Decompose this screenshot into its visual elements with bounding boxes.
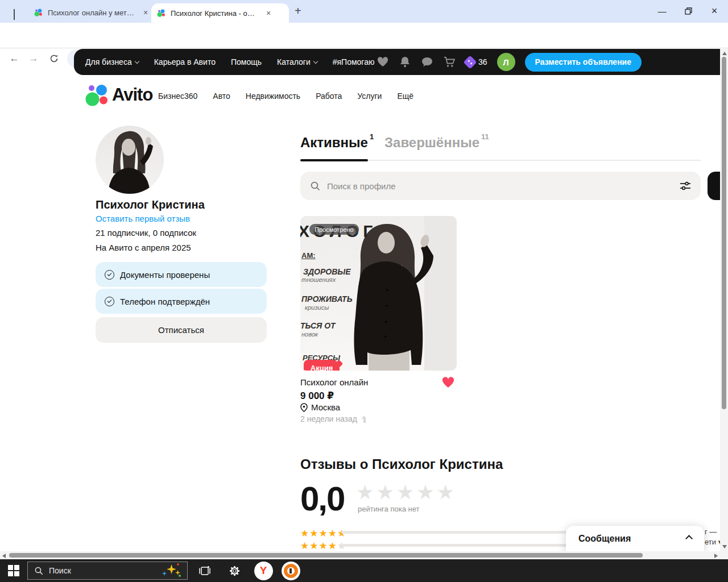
header-nav: Для бизнеса Карьера в Авито Помощь Катал… [85, 49, 374, 75]
scroll-up-arrow[interactable] [722, 52, 727, 55]
gear-icon [229, 566, 240, 576]
photo-text-fragment: тношениях [301, 276, 336, 283]
browser-tab-inactive[interactable]: Психолог онлайн у метро Охо × [28, 5, 155, 20]
messages-icon[interactable] [421, 56, 433, 68]
favorites-heart-icon[interactable] [377, 56, 389, 68]
tab-close-icon[interactable]: × [142, 8, 149, 17]
nav-business360[interactable]: Бизнес360 [158, 92, 197, 101]
orange-app-icon [282, 562, 300, 580]
settings-button[interactable] [223, 559, 246, 582]
browser-tab-active[interactable]: Психолог Кристина - официал × [151, 3, 289, 23]
start-button[interactable] [0, 559, 27, 582]
chevron-down-icon [134, 59, 139, 63]
tab-close-icon[interactable]: × [265, 9, 272, 18]
nav-ihelp[interactable]: #яПомогаю [333, 57, 375, 66]
search-highlights-icon [161, 563, 180, 578]
avito-logo-text[interactable]: Avito [112, 85, 152, 105]
clipped-text-fragment: ети ▾ [705, 538, 720, 546]
post-ad-button[interactable]: Разместить объявление [525, 53, 642, 72]
listing-city: Москва [311, 402, 340, 412]
nav-jobs[interactable]: Работа [316, 92, 342, 101]
orange-app-button[interactable] [278, 559, 303, 582]
location-pin-icon [300, 403, 308, 412]
scroll-down-arrow[interactable] [722, 545, 727, 548]
chevron-up-icon[interactable] [685, 535, 693, 542]
floating-action-button[interactable] [708, 172, 720, 200]
listing-price: 9 000 ₽ [300, 390, 334, 402]
windows-taskbar: Y РУС 12:34 02.03.2026 [0, 559, 728, 582]
horizontal-scrollbar[interactable] [0, 551, 720, 559]
avito-logo-icon[interactable] [85, 84, 111, 107]
nav-auto[interactable]: Авто [213, 92, 230, 101]
nav-realty[interactable]: Недвижимость [246, 92, 300, 101]
new-tab-button[interactable]: + [295, 5, 301, 18]
tab-search-chevron-icon[interactable] [14, 9, 15, 19]
nav-catalogs[interactable]: Каталоги [277, 57, 317, 66]
clipped-text-fragment: г — [705, 527, 720, 536]
task-view-button[interactable] [193, 559, 216, 582]
unsubscribe-button[interactable]: Отписаться [96, 317, 267, 343]
profile-search[interactable] [300, 172, 701, 200]
taskbar-search[interactable] [27, 562, 188, 580]
nav-more[interactable]: Ещё [397, 92, 413, 101]
nav-career[interactable]: Карьера в Авито [154, 57, 216, 66]
forward-button[interactable]: → [26, 51, 41, 66]
rating-row-4-stars: ★★★★★ [300, 540, 346, 552]
windows-logo-icon [8, 565, 19, 576]
rating-row-5-stars: ★★★★★ [300, 527, 346, 539]
rating-stars-empty: ★★★★★ [356, 481, 457, 504]
tab-active-count: 1 [370, 132, 374, 141]
scroll-left-arrow[interactable] [2, 554, 6, 558]
user-avatar[interactable]: Л [497, 53, 515, 71]
promo-badge: Акция [304, 360, 340, 371]
nav-services[interactable]: Услуги [357, 92, 382, 101]
reload-button[interactable] [47, 51, 61, 66]
notifications-bell-icon[interactable] [399, 56, 411, 68]
header-actions: 36 Л Разместить объявление [377, 49, 642, 75]
profile-avatar-photo [96, 126, 164, 194]
photo-text-fragment: ТЬСЯ ОТ [300, 321, 336, 330]
taskbar-search-input[interactable] [49, 566, 155, 575]
vertical-scroll-thumb[interactable] [722, 57, 726, 409]
tab-title: Психолог онлайн у метро Охо [48, 9, 138, 17]
tab-active-listings[interactable]: Активные1 [300, 135, 374, 151]
category-nav: Бизнес360 Авто Недвижимость Работа Услуг… [158, 92, 413, 101]
rating-score: 0,0 [300, 479, 344, 518]
back-button[interactable]: ← [7, 51, 22, 66]
search-input[interactable] [327, 181, 673, 191]
vertical-scrollbar[interactable] [720, 49, 728, 551]
window-restore-button[interactable] [675, 0, 701, 22]
favorite-heart-icon[interactable] [442, 377, 454, 388]
bump-up-icon [361, 415, 367, 423]
horizontal-scroll-thumb[interactable] [9, 553, 643, 558]
tab-completed-count: 11 [481, 132, 489, 141]
window-minimize-button[interactable]: — [649, 0, 675, 22]
window-close-button[interactable]: × [701, 0, 727, 22]
messenger-widget[interactable]: Сообщения [566, 526, 704, 551]
tab-completed-listings[interactable]: Завершённые11 [384, 135, 489, 151]
bonus-counter[interactable]: 36 [465, 57, 487, 67]
task-view-icon [199, 566, 210, 576]
listing-card-image[interactable]: ХОЛОГ АМ: ЗДОРОВЫЕ тношениях ПРОЖИВАТЬ к… [300, 216, 457, 371]
reviews-heading: Отзывы о Психолог Кристина [300, 456, 503, 472]
leave-review-link[interactable]: Оставить первый отзыв [96, 214, 190, 223]
filters-icon[interactable] [680, 181, 690, 190]
check-circle-icon [105, 270, 114, 280]
nav-for-business[interactable]: Для бизнеса [85, 57, 139, 66]
nav-help[interactable]: Помощь [231, 57, 262, 66]
listing-title[interactable]: Психолог онлайн [300, 377, 368, 387]
screen: Психолог онлайн у метро Охо × Психолог К… [0, 0, 728, 582]
restore-icon [685, 7, 692, 15]
messenger-title: Сообщения [578, 534, 631, 544]
rating-note: рейтинга пока нет [358, 505, 419, 513]
photo-text-fragment: кризисы [305, 304, 329, 311]
search-icon [35, 567, 43, 575]
avito-favicon [157, 9, 166, 18]
browser-toolbar: ← → avito.ru/brands/e8bdec4d50bbb5a97105… [0, 23, 728, 48]
yandex-browser-button[interactable]: Y [251, 559, 276, 582]
badge-documents-verified: Документы проверены [96, 262, 267, 287]
avito-favicon [34, 8, 43, 17]
scroll-right-arrow[interactable] [714, 554, 718, 558]
cart-icon[interactable] [443, 56, 456, 68]
viewed-badge: Просмотрено [309, 224, 359, 235]
